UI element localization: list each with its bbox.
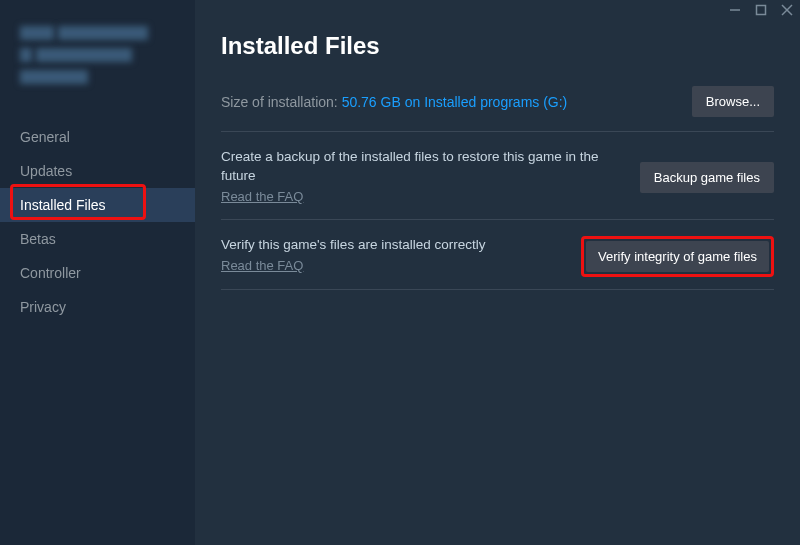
verify-text-block: Verify this game's files are installed c…: [221, 236, 561, 276]
nav-item-privacy[interactable]: Privacy: [20, 290, 195, 324]
minimize-icon[interactable]: [728, 3, 742, 17]
nav-item-label: Installed Files: [20, 197, 106, 213]
install-size-text: Size of installation: 50.76 GB on Instal…: [221, 94, 567, 110]
page-title: Installed Files: [221, 32, 774, 60]
install-size-label: Size of installation:: [221, 94, 342, 110]
game-title-redacted: [20, 26, 195, 84]
content: Installed Files Size of installation: 50…: [195, 0, 800, 290]
install-size-row: Size of installation: 50.76 GB on Instal…: [221, 86, 774, 132]
nav-item-controller[interactable]: Controller: [20, 256, 195, 290]
nav-item-betas[interactable]: Betas: [20, 222, 195, 256]
install-size-value[interactable]: 50.76 GB on Installed programs (G:): [342, 94, 568, 110]
backup-button[interactable]: Backup game files: [640, 162, 774, 193]
nav-list: General Updates Installed Files Betas Co…: [20, 120, 195, 324]
verify-button[interactable]: Verify integrity of game files: [586, 241, 769, 272]
backup-section: Create a backup of the installed files t…: [221, 132, 774, 220]
verify-description: Verify this game's files are installed c…: [221, 236, 561, 255]
backup-text-block: Create a backup of the installed files t…: [221, 148, 620, 207]
nav-item-general[interactable]: General: [20, 120, 195, 154]
sidebar: General Updates Installed Files Betas Co…: [0, 0, 195, 545]
backup-faq-link[interactable]: Read the FAQ: [221, 188, 303, 206]
nav-item-installed-files[interactable]: Installed Files: [0, 188, 195, 222]
maximize-icon[interactable]: [754, 3, 768, 17]
svg-rect-1: [757, 6, 766, 15]
annotation-highlight: Verify integrity of game files: [581, 236, 774, 277]
nav-item-updates[interactable]: Updates: [20, 154, 195, 188]
main-panel: Installed Files Size of installation: 50…: [195, 0, 800, 545]
browse-button[interactable]: Browse...: [692, 86, 774, 117]
titlebar: [728, 3, 794, 17]
close-icon[interactable]: [780, 3, 794, 17]
backup-description: Create a backup of the installed files t…: [221, 148, 620, 186]
verify-section: Verify this game's files are installed c…: [221, 220, 774, 290]
verify-faq-link[interactable]: Read the FAQ: [221, 257, 303, 275]
